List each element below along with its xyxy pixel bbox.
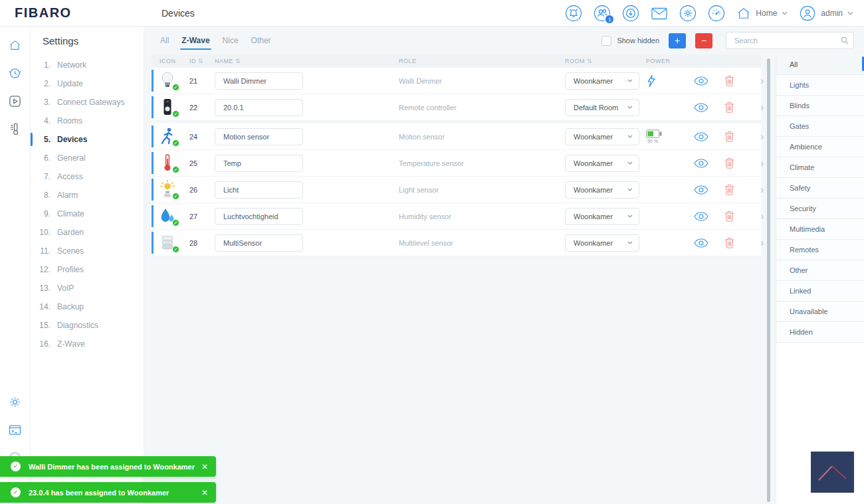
delete-button[interactable] [724,184,755,195]
device-name-input[interactable] [215,99,303,116]
category-item-remotes[interactable]: Remotes [776,240,864,260]
category-item-lights[interactable]: Lights [776,75,864,96]
column-header[interactable]: ROLE [399,58,417,64]
delete-button[interactable] [724,237,755,248]
delete-button[interactable] [724,157,755,169]
category-item-gates[interactable]: Gates [776,116,864,137]
sidebar-item-voip[interactable]: 13. VoIP [31,279,144,297]
visibility-eye-button[interactable] [694,185,724,195]
column-header[interactable]: POWER [646,58,671,64]
sidebar-item-z-wave[interactable]: 16. Z-Wave [31,335,144,353]
room-select[interactable]: Woonkamer [565,181,639,199]
category-item-multimedia[interactable]: Multimedia [776,219,864,240]
table-scrollbar[interactable] [767,58,770,502]
device-name-input[interactable] [215,128,303,145]
tab-z-wave[interactable]: Z-Wave [181,27,209,54]
rail-play-icon[interactable] [9,94,22,108]
room-select[interactable]: Woonkamer [565,234,639,252]
sidebar-item-devices[interactable]: 5. Devices [31,130,144,149]
add-device-button[interactable]: + [669,33,686,48]
alarm-bell-icon[interactable] [565,5,582,22]
sidebar-item-connect-gateways[interactable]: 3. Connect Gateways [31,93,144,112]
category-item-linked[interactable]: Linked [776,281,864,301]
rail-gear-icon[interactable] [9,395,22,408]
remove-device-button[interactable]: − [695,33,712,48]
category-item-other[interactable]: Other [776,260,864,281]
tab-all[interactable]: All [160,27,169,54]
rail-terminal-icon[interactable] [9,423,22,436]
row-expand-chevron[interactable]: › [755,237,764,248]
user-menu[interactable]: admin [799,5,853,22]
device-id: 24 [189,133,215,141]
delete-button[interactable] [724,75,755,86]
tab-nice[interactable]: Nice [223,27,239,54]
sidebar-item-backup[interactable]: 14. Backup [31,297,144,316]
sidebar-item-garden[interactable]: 10. Garden [31,223,144,242]
device-name-input[interactable] [215,181,303,199]
category-item-security[interactable]: Security [776,199,864,219]
room-select[interactable]: Woonkamer [565,128,639,145]
category-item-safety[interactable]: Safety [776,178,864,199]
category-item-hidden[interactable]: Hidden [776,322,864,343]
category-item-unavailable[interactable]: Unavailable [776,301,864,322]
visibility-eye-button[interactable] [694,212,724,221]
device-name-input[interactable] [215,72,303,90]
download-icon[interactable] [622,5,639,22]
sidebar-item-network[interactable]: 1. Network [31,56,144,74]
category-item-blinds[interactable]: Blinds [776,96,864,116]
gauge-icon[interactable] [708,5,725,22]
row-expand-chevron[interactable]: › [755,75,764,86]
sidebar-item-rooms[interactable]: 4. Rooms [31,112,144,130]
sidebar-item-general[interactable]: 6. General [31,149,144,167]
row-expand-chevron[interactable]: › [755,102,764,113]
home-selector[interactable]: Home [736,6,788,21]
column-header[interactable]: ROOM [565,58,585,64]
sort-icon[interactable]: ⇅ [198,58,203,64]
row-expand-chevron[interactable]: › [755,131,764,142]
room-select[interactable]: Woonkamer [565,155,639,172]
room-select[interactable]: Woonkamer [565,72,639,90]
search-input[interactable] [726,32,854,49]
tab-other[interactable]: Other [251,27,271,54]
category-item-ambience[interactable]: Ambience [776,137,864,157]
sort-icon[interactable]: ⇅ [235,58,241,64]
delete-button[interactable] [724,102,755,113]
category-item-climate[interactable]: Climate [776,157,864,178]
room-select[interactable]: Woonkamer [565,208,639,225]
toast-close-icon[interactable]: ✕ [201,488,208,497]
delete-button[interactable] [724,131,755,142]
sidebar-item-profiles[interactable]: 12. Profiles [31,260,144,279]
room-select[interactable]: Default Room [565,99,639,116]
mail-icon[interactable] [651,5,668,22]
row-expand-chevron[interactable]: › [755,184,764,195]
sidebar-item-climate[interactable]: 9. Climate [31,205,144,223]
visibility-eye-button[interactable] [694,132,724,141]
visibility-eye-button[interactable] [694,103,724,112]
device-name-input[interactable] [215,155,303,172]
users-icon[interactable]: 1 [594,5,611,22]
rail-clock-icon[interactable] [9,66,22,80]
category-item-all[interactable]: All [776,54,864,75]
sort-icon[interactable]: ⇅ [587,58,592,64]
visibility-eye-button[interactable] [694,76,724,86]
visibility-eye-button[interactable] [694,159,724,168]
sidebar-item-scenes[interactable]: 11. Scenes [31,242,144,260]
column-header[interactable]: ICON [160,58,176,64]
visibility-eye-button[interactable] [694,238,724,248]
sidebar-item-update[interactable]: 2. Update [31,74,144,93]
delete-button[interactable] [724,210,755,222]
sidebar-item-alarm[interactable]: 8. Alarm [31,186,144,205]
rail-thermostat-icon[interactable] [9,122,22,135]
row-expand-chevron[interactable]: › [755,210,764,222]
column-header[interactable]: ID [189,58,196,64]
row-expand-chevron[interactable]: › [755,157,764,169]
toast-close-icon[interactable]: ✕ [201,462,208,471]
show-hidden-checkbox[interactable] [601,36,611,46]
column-header[interactable]: NAME [215,58,233,64]
sidebar-item-diagnostics[interactable]: 15. Diagnostics [31,316,144,335]
settings-gear-icon[interactable] [679,5,697,22]
device-name-input[interactable] [215,208,303,225]
sidebar-item-access[interactable]: 7. Access [31,167,144,186]
device-name-input[interactable] [215,234,303,252]
rail-home-icon[interactable] [9,39,22,52]
